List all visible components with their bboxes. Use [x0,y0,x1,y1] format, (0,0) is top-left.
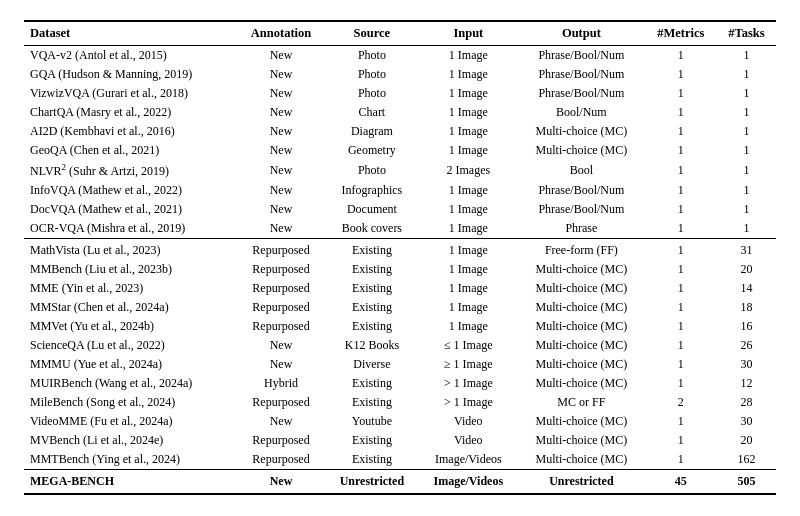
cell-metrics: 1 [645,200,717,219]
col-header-annotation: Annotation [237,21,325,46]
cell-dataset: MMBench (Liu et al., 2023b) [24,260,237,279]
col-header-metrics: #Metrics [645,21,717,46]
cell-metrics: 1 [645,219,717,239]
cell-input: 1 Image [419,279,519,298]
cell-metrics: 1 [645,84,717,103]
cell-source: Chart [325,103,418,122]
cell-source: Diverse [325,355,418,374]
cell-dataset: MVBench (Li et al., 2024e) [24,431,237,450]
mega-cell-4: Unrestricted [518,470,645,495]
cell-source: Existing [325,431,418,450]
table-row: OCR-VQA (Mishra et al., 2019)NewBook cov… [24,219,776,239]
cell-output: Multi-choice (MC) [518,122,645,141]
cell-tasks: 1 [717,122,776,141]
cell-metrics: 1 [645,298,717,317]
table-row: MME (Yin et al., 2023)RepurposedExisting… [24,279,776,298]
cell-tasks: 30 [717,355,776,374]
cell-metrics: 1 [645,374,717,393]
cell-output: Multi-choice (MC) [518,412,645,431]
mega-cell-6: 505 [717,470,776,495]
cell-annotation: Repurposed [237,431,325,450]
cell-output: Multi-choice (MC) [518,450,645,470]
cell-metrics: 1 [645,279,717,298]
cell-dataset: OCR-VQA (Mishra et al., 2019) [24,219,237,239]
cell-tasks: 1 [717,160,776,181]
cell-annotation: New [237,141,325,160]
cell-tasks: 20 [717,431,776,450]
cell-input: 1 Image [419,46,519,66]
cell-output: Multi-choice (MC) [518,317,645,336]
cell-output: Multi-choice (MC) [518,260,645,279]
cell-input: 1 Image [419,317,519,336]
cell-input: 1 Image [419,122,519,141]
cell-tasks: 1 [717,65,776,84]
cell-output: Multi-choice (MC) [518,431,645,450]
cell-dataset: InfoVQA (Mathew et al., 2022) [24,181,237,200]
table-row: VizwizVQA (Gurari et al., 2018)NewPhoto1… [24,84,776,103]
table-row: GeoQA (Chen et al., 2021)NewGeometry1 Im… [24,141,776,160]
cell-metrics: 1 [645,141,717,160]
cell-input: 1 Image [419,219,519,239]
cell-annotation: New [237,219,325,239]
cell-dataset: MUIRBench (Wang et al., 2024a) [24,374,237,393]
cell-input: 1 Image [419,65,519,84]
cell-metrics: 1 [645,431,717,450]
cell-dataset: ChartQA (Masry et al., 2022) [24,103,237,122]
cell-annotation: New [237,46,325,66]
cell-output: Bool/Num [518,103,645,122]
cell-output: Phrase/Bool/Num [518,181,645,200]
cell-metrics: 1 [645,412,717,431]
table-row: MileBench (Song et al., 2024)RepurposedE… [24,393,776,412]
cell-annotation: Hybrid [237,374,325,393]
mega-cell-1: New [237,470,325,495]
cell-source: Book covers [325,219,418,239]
cell-annotation: Repurposed [237,450,325,470]
table-row: DocVQA (Mathew et al., 2021)NewDocument1… [24,200,776,219]
table-row: ScienceQA (Lu et al., 2022)NewK12 Books≤… [24,336,776,355]
table-row: VideoMME (Fu et al., 2024a)NewYoutubeVid… [24,412,776,431]
cell-annotation: New [237,412,325,431]
cell-annotation: New [237,65,325,84]
cell-annotation: New [237,200,325,219]
cell-dataset: MMMU (Yue et al., 2024a) [24,355,237,374]
cell-annotation: Repurposed [237,298,325,317]
cell-input: 1 Image [419,103,519,122]
cell-metrics: 1 [645,65,717,84]
table-row: MMMU (Yue et al., 2024a)NewDiverse≥ 1 Im… [24,355,776,374]
cell-source: Existing [325,298,418,317]
cell-metrics: 1 [645,355,717,374]
cell-source: Existing [325,450,418,470]
cell-tasks: 162 [717,450,776,470]
cell-metrics: 1 [645,160,717,181]
cell-output: Bool [518,160,645,181]
main-table: Dataset Annotation Source Input Output #… [24,20,776,495]
cell-dataset: MMStar (Chen et al., 2024a) [24,298,237,317]
cell-input: Image/Videos [419,450,519,470]
mega-cell-0: MEGA-BENCH [24,470,237,495]
cell-output: Phrase/Bool/Num [518,65,645,84]
cell-output: Free-form (FF) [518,239,645,261]
cell-source: Photo [325,46,418,66]
cell-dataset: GeoQA (Chen et al., 2021) [24,141,237,160]
table-row: MathVista (Lu et al., 2023)RepurposedExi… [24,239,776,261]
cell-input: 2 Images [419,160,519,181]
cell-source: Existing [325,239,418,261]
cell-tasks: 1 [717,181,776,200]
cell-dataset: VideoMME (Fu et al., 2024a) [24,412,237,431]
cell-tasks: 26 [717,336,776,355]
table-row: MMStar (Chen et al., 2024a)RepurposedExi… [24,298,776,317]
cell-annotation: Repurposed [237,317,325,336]
cell-tasks: 18 [717,298,776,317]
cell-input: 1 Image [419,298,519,317]
cell-tasks: 1 [717,219,776,239]
cell-input: ≥ 1 Image [419,355,519,374]
cell-dataset: VizwizVQA (Gurari et al., 2018) [24,84,237,103]
cell-dataset: GQA (Hudson & Manning, 2019) [24,65,237,84]
cell-output: Phrase/Bool/Num [518,200,645,219]
cell-annotation: Repurposed [237,393,325,412]
cell-source: Existing [325,374,418,393]
table-row: GQA (Hudson & Manning, 2019)NewPhoto1 Im… [24,65,776,84]
cell-dataset: AI2D (Kembhavi et al., 2016) [24,122,237,141]
cell-metrics: 1 [645,46,717,66]
cell-tasks: 1 [717,46,776,66]
